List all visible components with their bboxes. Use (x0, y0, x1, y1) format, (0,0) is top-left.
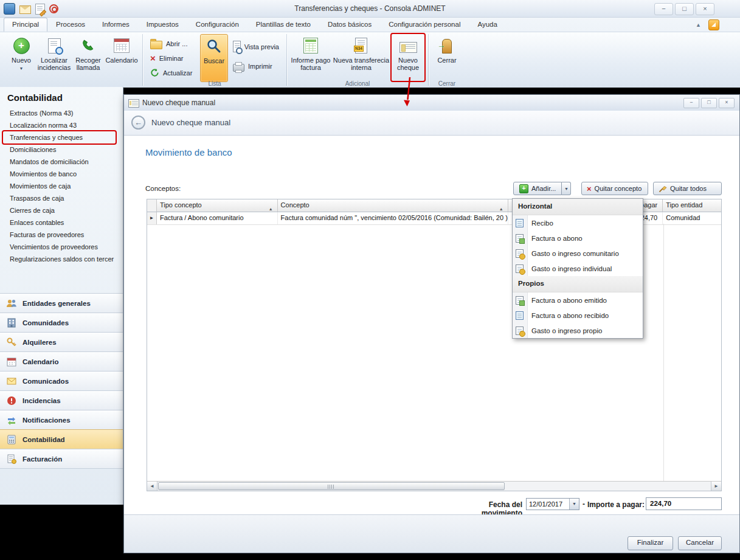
collapse-ribbon-icon[interactable]: ▲ (696, 22, 701, 28)
sidebar-item-regularizaciones[interactable]: Regularizaciones saldos con tercer (3, 253, 116, 265)
scroll-right-button[interactable]: ► (711, 482, 721, 491)
fecha-movimiento-picker[interactable]: 12/01/2017 ▼ (526, 498, 579, 510)
tab-plantillas-de-texto[interactable]: Plantillas de texto (247, 18, 319, 32)
nav-entidades-generales[interactable]: Entidades generales (0, 293, 123, 313)
transfer-n34-icon: N34 (355, 38, 367, 54)
sidebar-item-facturas-proveedores[interactable]: Facturas de proveedores (3, 229, 116, 241)
imprimir-button[interactable]: Imprimir (229, 60, 283, 72)
grid-header-tipo-concepto[interactable]: Tipo concepto▲ (157, 199, 278, 212)
nav-calendario[interactable]: Calendario (0, 351, 123, 371)
dialog-maximize-button[interactable]: □ (701, 98, 717, 108)
scroll-left-button[interactable]: ◄ (147, 482, 157, 491)
nuevo-button[interactable]: + Nuevo ▼ (7, 34, 35, 81)
warning-icon (6, 395, 17, 406)
informe-pago-factura-button[interactable]: Informe pago factura (291, 34, 331, 81)
minimize-button[interactable]: − (654, 3, 673, 15)
anadir-dropdown-menu: Horizontal Recibo Factura o abono Gasto … (512, 198, 643, 339)
new-icon: + (13, 38, 30, 54)
horizontal-scrollbar[interactable]: ◄ ► (147, 481, 721, 491)
nav-comunicados[interactable]: Comunicados (0, 371, 123, 390)
sidebar-item-transferencias-y-cheques[interactable]: Tranferencias y cheques (3, 131, 116, 143)
recoger-llamada-button[interactable]: Recoger llamada (73, 34, 103, 81)
ribbon-separator (142, 34, 143, 86)
sidebar-item-domiciliaciones[interactable]: Domiciliaciones (3, 143, 116, 156)
receipt-icon (516, 219, 524, 227)
menu-item-recibo[interactable]: Recibo (513, 215, 643, 230)
ribbon-group-acciones: + Nuevo ▼ Localizar incidencias Recoger … (5, 32, 141, 88)
actualizar-button[interactable]: Actualizar (147, 66, 199, 79)
finalizar-button[interactable]: Finalizar (628, 536, 673, 550)
back-button[interactable]: ← (131, 116, 145, 130)
tab-principal[interactable]: Principal (4, 18, 47, 32)
sidebar-item-cierres-caja[interactable]: Cierres de caja (3, 204, 116, 216)
menu-item-factura-abono-recibido[interactable]: Factura o abono recibido (513, 308, 643, 323)
date-dropdown-button[interactable]: ▼ (569, 499, 579, 510)
buscar-button[interactable]: Buscar (200, 34, 228, 82)
calendario-button[interactable]: Calendario (105, 34, 139, 81)
sidebar-item-localizacion-norma-43[interactable]: Localización norma 43 (3, 119, 116, 131)
invoice-icon (6, 454, 17, 465)
grid-header-concepto[interactable]: Concepto▲ (278, 199, 508, 212)
nav-comunidades[interactable]: Comunidades (0, 313, 123, 332)
cerrar-button[interactable]: → Cerrar (432, 34, 462, 81)
quitar-concepto-button[interactable]: × Quitar concepto (581, 182, 648, 195)
sidebar-item-mandatos[interactable]: Mandatos de domiciliación (3, 156, 116, 168)
tab-impuestos[interactable]: Impuestos (138, 18, 187, 32)
sync-arrows-icon (6, 415, 17, 426)
ribbon-group-label-lista: Lista (144, 80, 285, 87)
ribbon-tabs: Principal Procesos Informes Impuestos Co… (0, 17, 740, 32)
maximize-icon: □ (682, 5, 686, 12)
tab-configuracion[interactable]: Configuración (187, 18, 247, 32)
menu-item-gasto-ingreso-comunitario[interactable]: Gasto o ingreso comunitario (513, 246, 643, 261)
tab-datos-basicos[interactable]: Datos básicos (319, 18, 380, 32)
maximize-button[interactable]: □ (675, 3, 694, 15)
nav-incidencias[interactable]: Incidencias (0, 390, 123, 410)
sidebar-item-movimientos-caja[interactable]: Movimientos de caja (3, 180, 116, 192)
conceptos-label: Conceptos: (145, 185, 181, 192)
tab-configuracion-personal[interactable]: Configuración personal (380, 18, 469, 32)
tab-ayuda[interactable]: Ayuda (469, 18, 505, 32)
sort-asc-icon: ▲ (269, 203, 273, 212)
menu-item-factura-o-abono[interactable]: Factura o abono (513, 230, 643, 246)
field-separator: - (583, 500, 585, 508)
key-icon (6, 337, 17, 348)
nav-notificaciones[interactable]: Notificaciones (0, 410, 123, 429)
sidebar-item-enlaces-contables[interactable]: Enlaces contables (3, 216, 116, 229)
minimize-icon: − (690, 99, 693, 105)
anadir-dropdown-button[interactable]: ▼ (562, 182, 571, 195)
menu-item-factura-abono-emitido[interactable]: Factura o abono emitido (513, 292, 643, 308)
dialog-close-button[interactable]: × (719, 98, 735, 108)
importe-a-pagar-field[interactable]: 224,70 (646, 497, 722, 510)
sidebar-item-movimientos-banco[interactable]: Movimientos de banco (3, 168, 116, 180)
back-icon: ← (134, 118, 142, 127)
sidebar-item-traspasos-caja[interactable]: Traspasos de caja (3, 192, 116, 204)
nueva-transferencia-interna-button[interactable]: N34 Nueva transferecia interna (332, 34, 390, 81)
nav-contabilidad[interactable]: Contabilidad (0, 429, 123, 449)
quick-launch-icon[interactable] (708, 19, 719, 30)
anadir-button[interactable]: + Añadir... (513, 182, 562, 195)
eliminar-button[interactable]: × Eliminar (147, 52, 199, 64)
localizar-incidencias-button[interactable]: Localizar incidencias (36, 34, 72, 81)
tab-procesos[interactable]: Procesos (47, 18, 94, 32)
menu-item-gasto-ingreso-propio[interactable]: Gasto o ingreso propio (513, 323, 643, 338)
nav-alquileres[interactable]: Alquileres (0, 332, 123, 351)
fecha-movimiento-value[interactable]: 12/01/2017 (527, 499, 569, 510)
abrir-button[interactable]: Abrir ... (147, 37, 199, 50)
close-button[interactable]: × (696, 3, 714, 15)
grid-header-tipo-entidad[interactable]: Tipo entidad (663, 199, 721, 212)
cheque-icon (128, 99, 139, 108)
nuevo-cheque-button[interactable]: Nuevo cheque (392, 34, 424, 81)
sidebar-nav: Entidades generales Comunidades Alquiler… (0, 293, 123, 469)
tab-informes[interactable]: Informes (94, 18, 138, 32)
window-title: Transferencias y cheques - Consola ADMIN… (0, 0, 740, 17)
sidebar-item-extractos[interactable]: Extractos (Norma 43) (3, 107, 116, 119)
quitar-todos-button[interactable]: Quitar todos (653, 182, 722, 195)
scrollbar-thumb[interactable] (158, 482, 505, 490)
close-icon: × (703, 5, 707, 12)
vista-previa-button[interactable]: Vista previa (229, 40, 283, 53)
menu-item-gasto-ingreso-individual[interactable]: Gasto o ingreso individual (513, 261, 643, 276)
sidebar-item-vencimientos-proveedores[interactable]: Vencimientos de proveedores (3, 241, 116, 253)
dialog-minimize-button[interactable]: − (683, 98, 699, 108)
nav-facturacion[interactable]: Facturación (0, 449, 123, 469)
cancelar-button[interactable]: Cancelar (678, 536, 722, 550)
